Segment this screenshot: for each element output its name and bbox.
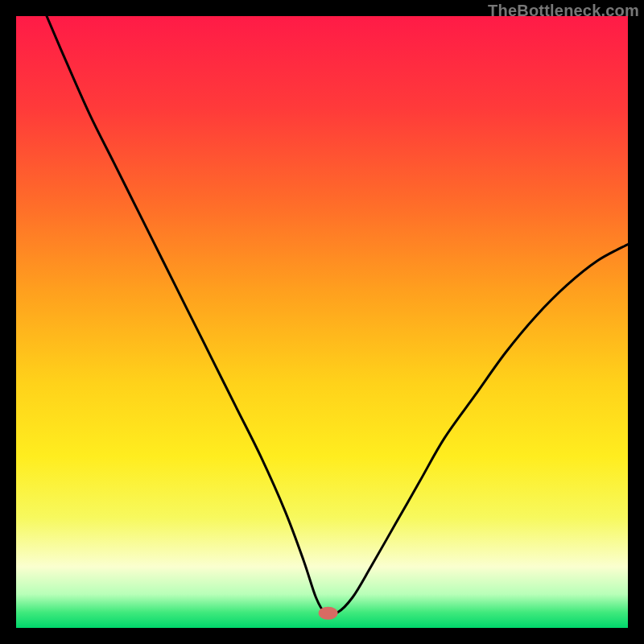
watermark-label: TheBottleneck.com	[488, 2, 639, 20]
plot-background	[16, 16, 628, 628]
optimum-marker	[319, 607, 338, 620]
plot-outer	[16, 16, 628, 628]
plot-svg	[16, 16, 628, 628]
chart-frame: TheBottleneck.com	[0, 0, 644, 644]
